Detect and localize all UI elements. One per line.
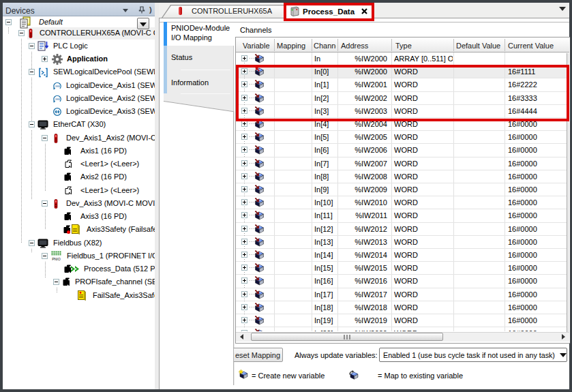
svg-text:OEM: OEM: [55, 85, 60, 88]
svg-text:OEM: OEM: [55, 98, 60, 101]
svg-text:PNIO: PNIO: [52, 257, 61, 261]
